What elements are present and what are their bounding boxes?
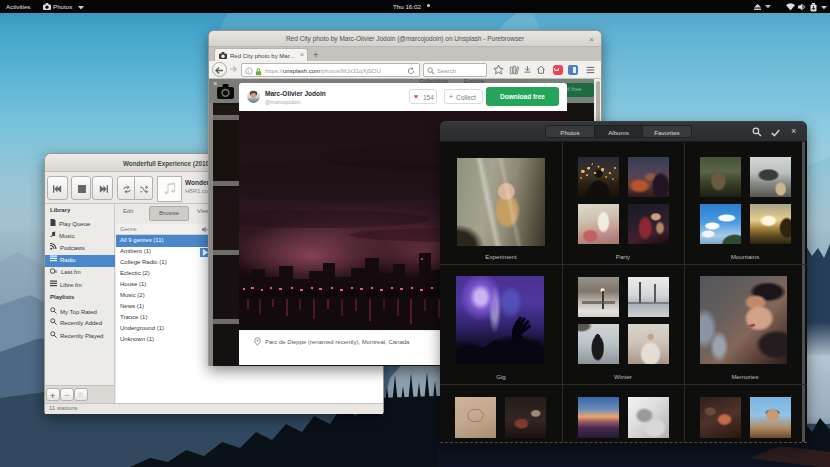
svg-text:s: s	[55, 268, 58, 274]
svg-text:i: i	[248, 68, 249, 74]
